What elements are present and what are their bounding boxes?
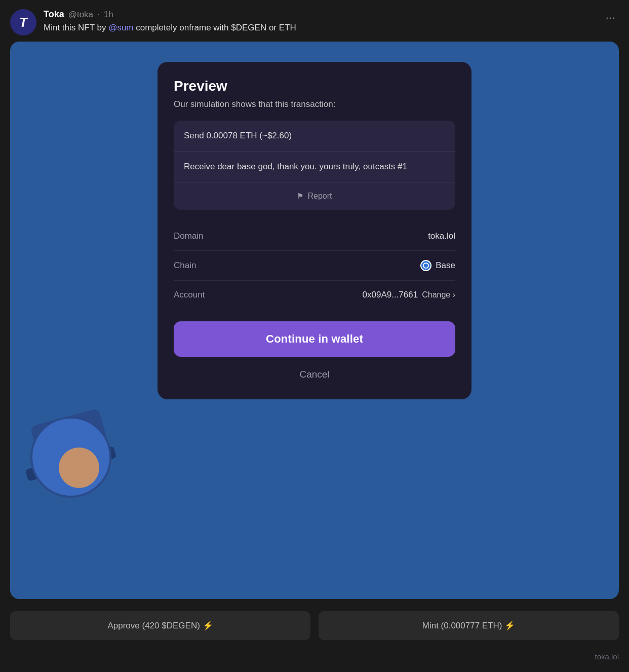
chain-icon-inner (423, 263, 429, 269)
post-text-prefix: Mint this NFT by (44, 23, 108, 32)
footer-domain: toka.lol (0, 648, 629, 666)
chain-label: Chain (174, 260, 196, 271)
chain-icon (420, 260, 431, 271)
account-label: Account (174, 290, 205, 300)
account-address: 0x09A9...7661 (363, 290, 418, 300)
approve-button[interactable]: Approve (420 $DEGEN) ⚡ (10, 611, 310, 640)
mint-button[interactable]: Mint (0.000777 ETH) ⚡ (319, 611, 619, 640)
transaction-box: Send 0.00078 ETH (~$2.60) Receive dear b… (174, 121, 455, 210)
modal-subtitle: Our simulation shows that this transacti… (174, 99, 455, 109)
report-label: Report (307, 191, 332, 202)
account-row: Account 0x09A9...7661 Change › (174, 281, 455, 309)
post-author-line: Toka @toka · 1h (44, 9, 595, 20)
avatar-letter: T (19, 15, 27, 30)
char-face (59, 447, 99, 488)
post-timestamp: 1h (104, 10, 113, 20)
post-header: T Toka @toka · 1h Mint this NFT by @sum … (0, 0, 629, 42)
domain-row: Domain toka.lol (174, 222, 455, 251)
cancel-button[interactable]: Cancel (174, 364, 455, 385)
post-text-suffix: completely onframe with $DEGEN or ETH (134, 23, 296, 32)
receive-row: Receive dear base god, thank you. yours … (174, 152, 455, 182)
avatar: T (10, 9, 36, 35)
frame-area: Preview Our simulation shows that this t… (10, 42, 619, 599)
report-row[interactable]: ⚑ Report (174, 182, 455, 210)
footer-domain-text: toka.lol (595, 652, 619, 661)
continue-in-wallet-button[interactable]: Continue in wallet (174, 321, 455, 357)
post-text: Mint this NFT by @sum completely onframe… (44, 22, 595, 34)
char-head (30, 417, 111, 498)
account-value: 0x09A9...7661 Change › (363, 290, 455, 300)
modal-title: Preview (174, 78, 455, 94)
chain-name: Base (436, 260, 455, 271)
chain-row: Chain Base (174, 251, 455, 281)
change-account-link[interactable]: Change › (422, 290, 455, 300)
more-options-icon[interactable]: ··· (602, 9, 619, 26)
post-mention[interactable]: @sum (108, 23, 133, 32)
post-time: · (97, 10, 100, 20)
send-row: Send 0.00078 ETH (~$2.60) (174, 121, 455, 152)
post-author-handle: @toka (68, 10, 93, 20)
domain-value: toka.lol (428, 231, 455, 241)
flag-icon: ⚑ (297, 191, 303, 201)
info-rows: Domain toka.lol Chain Base Account 0x09A… (174, 222, 455, 309)
post-author-name: Toka (44, 9, 64, 20)
chain-value: Base (420, 260, 455, 271)
preview-modal: Preview Our simulation shows that this t… (158, 62, 471, 399)
character-illustration (20, 376, 152, 538)
domain-label: Domain (174, 231, 204, 241)
bottom-actions: Approve (420 $DEGEN) ⚡ Mint (0.000777 ET… (0, 603, 629, 648)
post-meta: Toka @toka · 1h Mint this NFT by @sum co… (44, 9, 595, 34)
